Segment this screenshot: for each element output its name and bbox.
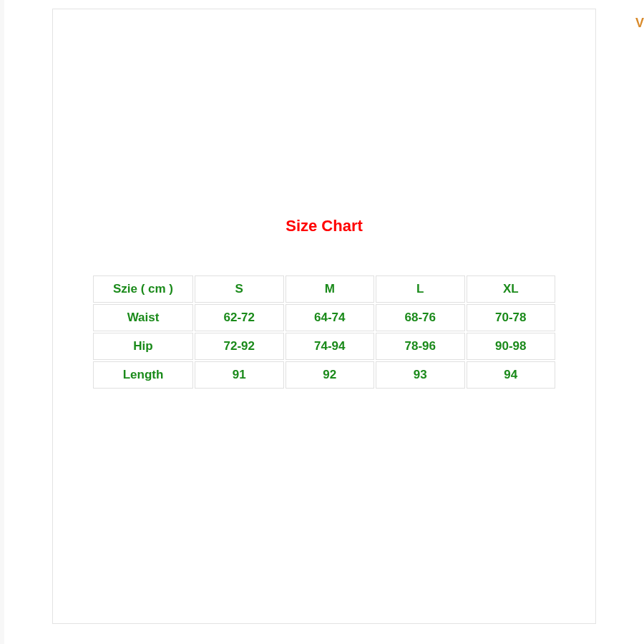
cell: 62-72: [195, 304, 284, 331]
size-chart-table: Szie ( cm ) S M L XL Waist 62-72 64-74 6…: [92, 274, 557, 390]
table-row: Length 91 92 93 94: [93, 361, 555, 389]
cell: 70-78: [467, 304, 556, 331]
cell: 93: [376, 361, 465, 389]
row-label: Hip: [93, 333, 193, 360]
col-header: S: [195, 275, 284, 303]
size-chart-wrapper: Szie ( cm ) S M L XL Waist 62-72 64-74 6…: [92, 274, 557, 390]
row-label: Length: [93, 361, 193, 389]
cell: 78-96: [376, 333, 465, 360]
col-header: Szie ( cm ): [93, 275, 193, 303]
col-header: L: [376, 275, 465, 303]
chart-title: Size Chart: [53, 217, 595, 235]
col-header: M: [286, 275, 375, 303]
table-header-row: Szie ( cm ) S M L XL: [93, 275, 555, 303]
cell: 72-92: [195, 333, 284, 360]
cell: 91: [195, 361, 284, 389]
table-row: Hip 72-92 74-94 78-96 90-98: [93, 333, 555, 360]
col-header: XL: [467, 275, 556, 303]
row-label: Waist: [93, 304, 193, 331]
cell: 68-76: [376, 304, 465, 331]
cell: 92: [286, 361, 375, 389]
edge-fragment: V: [635, 16, 644, 31]
cell: 74-94: [286, 333, 375, 360]
cell: 94: [467, 361, 556, 389]
page-background: V Size Chart Szie ( cm ) S M L XL Waist …: [0, 0, 644, 644]
content-card: Size Chart Szie ( cm ) S M L XL Waist 62…: [52, 9, 596, 624]
table-row: Waist 62-72 64-74 68-76 70-78: [93, 304, 555, 331]
cell: 64-74: [286, 304, 375, 331]
cell: 90-98: [467, 333, 556, 360]
